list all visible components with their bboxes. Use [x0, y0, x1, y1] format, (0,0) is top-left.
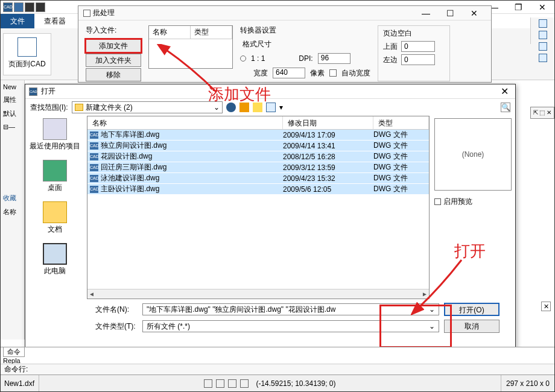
open-title-bar: CAD 打开 ✕: [25, 84, 515, 99]
preview-box: (None): [434, 118, 512, 191]
dwg-icon: CAD: [90, 164, 98, 171]
autowidth-label: 自动宽度: [341, 68, 370, 78]
open-close-button[interactable]: ✕: [497, 86, 512, 97]
h-scrollbar[interactable]: ◄►: [87, 289, 429, 299]
batch-minimize[interactable]: ―: [414, 7, 438, 20]
filename-value: "地下车库详图.dwg" "独立房间设计图.dwg" "花园设计图.dw: [147, 305, 335, 315]
file-row[interactable]: CAD主卧设计详图.dwg2009/5/6 12:05DWG 文件: [87, 184, 429, 195]
margin-left-label: 左边: [383, 55, 398, 65]
file-row[interactable]: CAD花园设计图.dwg2008/12/5 16:28DWG 文件: [87, 151, 429, 162]
status-doc[interactable]: New1.dxf: [1, 375, 39, 391]
width-label: 宽度: [253, 68, 268, 78]
import-list[interactable]: 名称 类型: [148, 25, 233, 69]
grid-icon[interactable]: [216, 379, 224, 388]
add-folder-button[interactable]: 加入文件夹: [86, 54, 141, 67]
place-docs[interactable]: 文档: [28, 201, 82, 235]
dwg-icon: CAD: [90, 175, 98, 182]
right-toolbar: [530, 17, 554, 44]
ortho-icon[interactable]: [228, 379, 236, 388]
new-folder-icon[interactable]: [253, 103, 262, 112]
left-tree-toggle[interactable]: ⊟—: [2, 122, 23, 131]
places-bar: 最近使用的项目 桌面 文档 此电脑: [25, 116, 84, 299]
add-file-button[interactable]: 添加文件: [86, 39, 141, 52]
autowidth-checkbox[interactable]: [329, 69, 337, 77]
view-dd[interactable]: ▾: [279, 103, 283, 112]
batch-maximize[interactable]: ☐: [438, 7, 462, 20]
qat-open-icon[interactable]: [25, 2, 34, 12]
file-date: 2009/4/14 13:41: [283, 142, 373, 150]
open-button[interactable]: 打开(O): [444, 303, 500, 316]
axis-icon[interactable]: [240, 379, 249, 388]
cancel-button[interactable]: 取消: [444, 320, 500, 333]
command-line[interactable]: 命令行:: [1, 364, 554, 375]
import-label: 导入文件:: [86, 25, 141, 36]
right-tool-1[interactable]: [539, 19, 547, 28]
file-type: DWG 文件: [373, 173, 429, 183]
filename-label: 文件名(N):: [95, 305, 138, 315]
command-tab[interactable]: 命令: [3, 347, 25, 357]
file-type: DWG 文件: [373, 151, 429, 162]
qat-new-icon[interactable]: [14, 2, 24, 12]
dwg-icon: CAD: [90, 153, 98, 160]
margin-left-input[interactable]: [401, 54, 435, 65]
remove-button[interactable]: 移除: [86, 68, 141, 81]
status-bar: New1.dxf (-14.59215; 10.34139; 0) 297 x …: [1, 375, 554, 391]
page-to-cad-button[interactable]: 页面到CAD: [3, 33, 51, 75]
batch-title-bar: 批处理 ― ☐ ✕: [78, 6, 491, 21]
right-tool-3[interactable]: [539, 42, 547, 51]
filetype-combo[interactable]: 所有文件 (*.*) ⌄: [142, 320, 439, 332]
right-tool-4[interactable]: [539, 54, 547, 62]
margin-top-input[interactable]: [401, 41, 435, 52]
dwg-icon: CAD: [90, 186, 98, 193]
ratio-radio[interactable]: [240, 55, 246, 62]
app-icon[interactable]: CAD: [3, 2, 13, 12]
search-icon[interactable]: 🔍: [501, 103, 510, 112]
place-pc[interactable]: 此电脑: [28, 243, 82, 276]
lookin-combo[interactable]: 新建文件夹 (2) ⌄: [72, 101, 223, 113]
place-recent[interactable]: 最近使用的项目: [28, 118, 82, 151]
file-date: 2009/5/6 12:05: [283, 185, 373, 194]
page-to-cad-label: 页面到CAD: [4, 59, 51, 69]
up-icon[interactable]: [239, 103, 249, 112]
file-type: DWG 文件: [373, 184, 429, 194]
close-button[interactable]: ✕: [530, 1, 554, 14]
file-name: 泳池建设详图.dwg: [101, 173, 283, 183]
width-input[interactable]: 640: [273, 68, 305, 78]
status-dims: 297 x 210 x 0: [501, 375, 554, 391]
col-type[interactable]: 类型: [373, 116, 429, 129]
left-new[interactable]: New: [2, 83, 23, 91]
place-desktop[interactable]: 桌面: [28, 160, 82, 193]
snap-icon[interactable]: [204, 379, 212, 388]
file-row[interactable]: CAD泳池建设详图.dwg2009/4/23 15:32DWG 文件: [87, 173, 429, 184]
panel-controls[interactable]: ⇱ ⬚ ✕: [530, 107, 554, 119]
preview-checkbox[interactable]: [434, 198, 441, 205]
margin-group: 页边空白 上面 左边: [378, 25, 450, 81]
left-fav[interactable]: 收藏: [2, 193, 23, 203]
ratio-label: 1 : 1: [251, 54, 265, 63]
file-row[interactable]: CAD地下车库详图.dwg2009/4/13 17:09DWG 文件: [87, 130, 429, 141]
page-to-cad-icon: [17, 37, 37, 57]
lookin-value: 新建文件夹 (2): [86, 103, 133, 113]
view-mode-icon[interactable]: [266, 103, 276, 112]
margin-title: 页边空白: [383, 28, 445, 39]
tab-viewer[interactable]: 查看器: [34, 14, 75, 28]
col-name[interactable]: 名称: [87, 116, 283, 129]
viewport-close[interactable]: ✕: [541, 302, 551, 311]
right-tool-2[interactable]: [539, 31, 547, 39]
left-default[interactable]: 默认: [2, 109, 23, 119]
back-icon[interactable]: [226, 103, 236, 112]
filetype-value: 所有文件 (*.*): [147, 321, 190, 332]
col-date[interactable]: 修改日期: [283, 116, 373, 129]
open-dialog: CAD 打开 ✕ 查找范围(I): 新建文件夹 (2) ⌄ ▾ 🔍 最近使用的项…: [25, 84, 516, 350]
filename-input[interactable]: "地下车库详图.dwg" "独立房间设计图.dwg" "花园设计图.dw ⌄: [142, 303, 439, 315]
qat-save-icon[interactable]: [36, 2, 45, 12]
file-list[interactable]: 名称 修改日期 类型 CAD地下车库详图.dwg2009/4/13 17:09D…: [87, 116, 430, 299]
file-row[interactable]: CAD回迁房三期详图.dwg2009/3/12 13:59DWG 文件: [87, 162, 429, 173]
tab-file[interactable]: 文件: [1, 14, 34, 28]
left-props[interactable]: 属性: [2, 95, 23, 105]
file-row[interactable]: CAD独立房间设计图.dwg2009/4/14 13:41DWG 文件: [87, 141, 429, 151]
batch-close[interactable]: ✕: [462, 7, 486, 20]
maximize-button[interactable]: ❐: [506, 1, 530, 14]
chevron-down-icon: ⌄: [214, 103, 220, 112]
dpi-input[interactable]: 96: [318, 53, 350, 64]
